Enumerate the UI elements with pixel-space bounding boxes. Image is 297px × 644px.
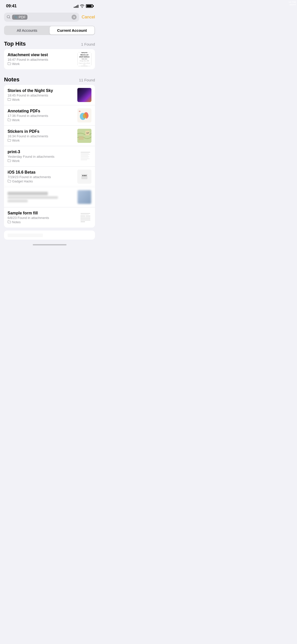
result-folder: Work [8,118,75,122]
search-icon [7,15,11,20]
signal-icon [74,4,78,8]
search-tag-label: PDF [19,15,26,19]
top-hits-count: 1 Found [81,42,95,46]
result-thumbnail: la [77,108,91,122]
folder-label: Work [12,139,20,142]
note-item-1[interactable]: Annotating PDFs 17:36 Found in attachmen… [4,105,95,125]
svg-rect-14 [81,156,89,157]
note-item-3[interactable]: print-3 Yesterday Found in attachments W… [4,146,95,166]
result-title-blurred [8,192,48,195]
svg-rect-19 [81,174,87,179]
svg-point-3 [83,113,87,118]
thumb-map: 17 [77,129,91,143]
svg-text:17: 17 [86,132,89,134]
svg-rect-30 [81,221,85,222]
svg-rect-29 [81,219,90,221]
result-info: print-3 Yesterday Found in attachments W… [8,150,75,163]
thumb-word-list: NASPAWord List2020 Edition NWL2020 Chang… [77,52,91,66]
thumb-night-sky: OF THENIGHT [77,88,91,102]
result-meta: 17:36 Found in attachments [8,114,75,118]
svg-rect-22 [85,175,86,176]
folder-label: Work [12,62,20,66]
svg-rect-20 [82,175,83,176]
svg-rect-27 [86,215,90,217]
result-folder: Notes [8,220,75,224]
folder-label: Notes [12,220,21,224]
result-title [8,234,43,237]
search-tag[interactable]: 📎 PDF [12,15,27,20]
result-info: iOS 16.6 Betas 7/19/23 Found in attachme… [8,170,75,183]
segment-control[interactable]: All Accounts Current Account [4,26,95,35]
result-thumbnail: OF THENIGHT [77,88,91,102]
search-bar-container: 📎 PDF ✕ Cancel [0,11,99,24]
home-bar [33,244,67,245]
result-title: Stickers in PDFs [8,129,75,134]
folder-icon [8,62,11,66]
result-thumbnail: NASPAWord List2020 Edition NWL2020 Chang… [77,52,91,66]
svg-rect-17 [81,160,87,160]
result-title: Annotating PDFs [8,109,75,113]
svg-rect-8 [79,136,84,140]
notes-title: Notes [4,76,19,83]
result-folder: Work [8,62,75,66]
folder-icon [8,118,11,122]
note-item-6[interactable]: Sample form fill 6/8/23 Found in attachm… [4,207,95,228]
result-title: Attachment view test [8,53,75,57]
result-folder: Work [8,98,75,102]
svg-rect-21 [84,175,85,176]
result-title: Sample form fill [8,211,75,215]
result-info: Annotating PDFs 17:36 Found in attachmen… [8,109,75,122]
top-hit-item-0[interactable]: Attachment view test 16:47 Found in atta… [4,49,95,69]
note-item-5-blurred[interactable] [4,187,95,207]
result-thumbnail [77,170,91,184]
result-info: Attachment view test 16:47 Found in atta… [8,53,75,66]
segment-all-accounts[interactable]: All Accounts [5,26,50,35]
result-title: Stories of the Night Sky [8,88,75,93]
folder-icon [8,98,11,102]
result-meta: 18:45 Found in attachments [8,93,75,97]
notes-count: 11 Found [79,78,95,82]
result-meta-blurred [8,196,58,199]
folder-label: Work [12,159,20,163]
notes-list: Stories of the Night Sky 18:45 Found in … [4,85,95,228]
result-title: print-3 [8,150,75,154]
home-indicator [0,242,99,247]
folder-icon [8,220,11,224]
result-thumbnail [77,210,91,224]
svg-rect-28 [81,217,90,219]
top-hits-list: Attachment view test 16:47 Found in atta… [4,49,95,69]
search-clear-button[interactable]: ✕ [72,15,77,20]
folder-label: Gadget Hacks [12,179,33,183]
svg-rect-24 [81,213,90,214]
folder-label: Work [12,118,20,122]
result-info [8,234,91,238]
note-item-4[interactable]: iOS 16.6 Betas 7/19/23 Found in attachme… [4,166,95,187]
result-meta: 7/19/23 Found in attachments [8,175,75,179]
result-thumbnail [77,149,91,163]
cancel-button[interactable]: Cancel [82,15,95,20]
top-hits-title: Top Hits [4,41,26,47]
note-item-0[interactable]: Stories of the Night Sky 18:45 Found in … [4,85,95,105]
segment-current-account[interactable]: Current Account [50,26,95,35]
battery-icon [86,4,93,8]
result-meta: Yesterday Found in attachments [8,155,75,158]
result-folder: Work [8,139,75,142]
thumb-pdf-colorful: la [77,108,91,122]
svg-rect-26 [81,215,85,217]
result-meta: 16:34 Found in attachments [8,134,75,138]
result-meta: 6/8/23 Found in attachments [8,216,75,220]
result-info-blurred [8,192,75,202]
result-info: Sample form fill 6/8/23 Found in attachm… [8,211,75,224]
thumb-form [77,210,91,224]
search-bar[interactable]: 📎 PDF ✕ [4,13,79,22]
result-thumbnail: 17 [77,129,91,143]
svg-rect-12 [81,154,90,155]
svg-rect-16 [81,158,90,159]
svg-text:la: la [79,110,81,112]
note-item-partial[interactable] [4,231,95,240]
result-title: iOS 16.6 Betas [8,170,75,175]
notes-header: Notes 11 Found [0,74,99,85]
note-item-2[interactable]: Stickers in PDFs 16:34 Found in attachme… [4,125,95,146]
result-info: Stories of the Night Sky 18:45 Found in … [8,88,75,102]
svg-rect-15 [81,157,88,158]
